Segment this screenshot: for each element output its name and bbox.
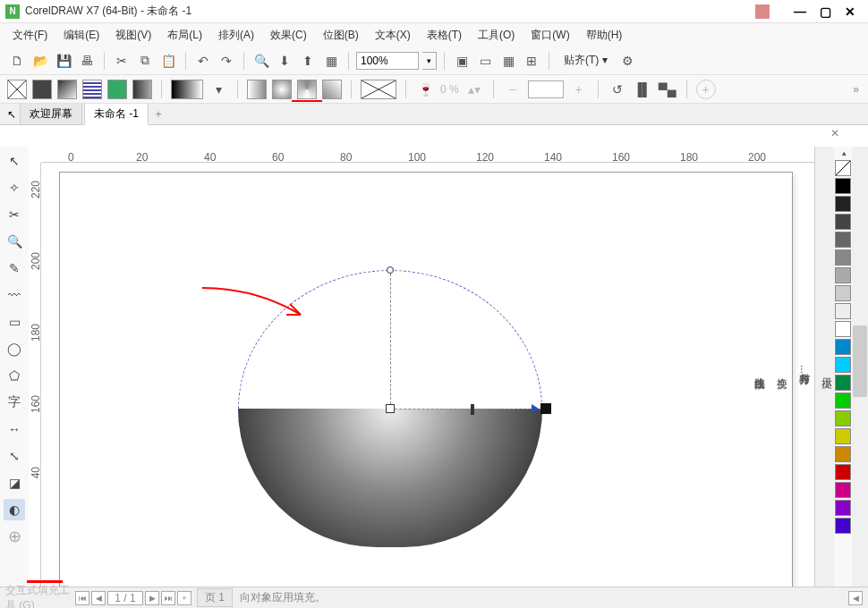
palette-swatch[interactable] — [835, 464, 851, 480]
docker-join[interactable]: 连接曲线 — [752, 152, 767, 587]
copy-icon[interactable]: ⧉ — [135, 51, 155, 71]
print-icon[interactable]: 🖶 — [77, 51, 97, 71]
new-icon[interactable]: 🗋 — [7, 51, 27, 71]
palette-swatch[interactable] — [835, 410, 851, 426]
scrollbar-thumb[interactable] — [853, 325, 867, 397]
palette-none[interactable] — [835, 160, 851, 176]
hscroll-left[interactable]: ◀ — [848, 591, 863, 605]
add-tool-button[interactable]: ⊕ — [4, 526, 25, 547]
show-rulers-icon[interactable]: ▭ — [475, 51, 495, 71]
page-counter[interactable]: 1 / 1 — [107, 591, 143, 605]
user-avatar[interactable] — [755, 4, 770, 19]
palette-swatch[interactable] — [835, 178, 851, 194]
export-icon[interactable]: ⬆ — [298, 51, 318, 71]
docker-align[interactable]: 对齐与分布... — [796, 152, 812, 587]
connector-tool[interactable]: ⤡ — [4, 445, 25, 467]
menu-edit[interactable]: 编辑(E) — [56, 25, 106, 46]
transparency-tool[interactable]: ◐ — [4, 499, 25, 520]
zoom-tool[interactable]: 🔍 — [4, 231, 25, 252]
ellipse-tool[interactable]: ◯ — [4, 338, 25, 359]
snap-dropdown[interactable]: 贴齐(T) ▾ — [557, 50, 615, 71]
palette-swatch[interactable] — [835, 267, 851, 283]
text-tool[interactable]: 字 — [4, 392, 25, 413]
page-last-button[interactable]: ⏭ — [161, 591, 175, 605]
pattern-swatch[interactable] — [82, 80, 102, 99]
gradient-swatch[interactable] — [57, 80, 77, 99]
menu-bitmap[interactable]: 位图(B) — [316, 25, 366, 46]
docker-transform[interactable]: 变换 — [774, 152, 789, 587]
ruler-vertical[interactable]: 220 200 180 160 40 — [29, 163, 41, 587]
page-first-button[interactable]: ⏮ — [75, 591, 89, 605]
menu-table[interactable]: 表格(T) — [420, 25, 469, 46]
palette-swatch[interactable] — [835, 285, 851, 301]
gradient-picker-icon[interactable]: ▾ — [208, 80, 228, 99]
redo-icon[interactable]: ↷ — [217, 51, 236, 71]
search-icon[interactable]: 🔍 — [251, 51, 271, 71]
freehand-tool[interactable]: ✎ — [4, 258, 25, 279]
tab-welcome[interactable]: 欢迎屏幕 — [20, 103, 82, 125]
menu-view[interactable]: 视图(V) — [108, 25, 158, 46]
palette-swatch[interactable] — [835, 500, 851, 516]
gradient-color-node[interactable] — [540, 403, 551, 414]
linear-type-icon[interactable] — [247, 80, 267, 99]
palette-up-icon[interactable]: ▴ — [834, 147, 854, 159]
menu-arrange[interactable]: 排列(A) — [211, 25, 261, 46]
polygon-tool[interactable]: ⬠ — [4, 365, 25, 386]
gradient-mid-handle[interactable] — [471, 404, 474, 415]
radial-type-icon[interactable] — [272, 80, 292, 99]
mirror-v-icon[interactable]: ▀▄ — [658, 80, 677, 99]
palette-swatch[interactable] — [835, 518, 851, 534]
menu-file[interactable]: 文件(F) — [5, 25, 55, 46]
show-guides-icon[interactable]: ⊞ — [522, 51, 541, 71]
palette-swatch[interactable] — [835, 249, 851, 266]
crop-tool[interactable]: ✂ — [4, 204, 25, 225]
close-button[interactable]: ✕ — [838, 3, 863, 21]
palette-swatch[interactable] — [835, 303, 851, 319]
palette-swatch[interactable] — [835, 482, 851, 498]
shape-tool[interactable]: ✧ — [4, 177, 25, 198]
page-add-button[interactable]: + — [177, 591, 191, 605]
tab-add-button[interactable]: + — [150, 106, 166, 122]
dropshadow-tool[interactable]: ◪ — [4, 472, 25, 494]
pick-tool[interactable]: ↖ — [4, 150, 25, 172]
pick-tool-icon[interactable]: ↖ — [4, 106, 20, 122]
page-next-button[interactable]: ▶ — [145, 591, 159, 605]
more-icon[interactable]: + — [696, 80, 716, 99]
texture-swatch[interactable] — [107, 80, 127, 99]
tab-close-icon[interactable]: ✕ — [830, 127, 839, 139]
cut-icon[interactable]: ✂ — [112, 51, 132, 71]
maximize-button[interactable]: ▢ — [813, 3, 838, 21]
dimension-tool[interactable]: ↔ — [4, 418, 25, 440]
menu-text[interactable]: 文本(X) — [368, 25, 418, 46]
page-prev-button[interactable]: ◀ — [91, 591, 106, 605]
import-icon[interactable]: ⬇ — [275, 51, 294, 71]
palette-swatch[interactable] — [835, 375, 851, 391]
palette-swatch[interactable] — [835, 321, 851, 337]
gradient-end-node[interactable] — [387, 266, 394, 274]
open-icon[interactable]: 📂 — [30, 51, 50, 71]
gradient-preview[interactable] — [171, 80, 203, 99]
palette-swatch[interactable] — [835, 393, 851, 409]
selected-object[interactable] — [238, 270, 542, 547]
palette-swatch[interactable] — [835, 357, 851, 373]
rectangle-tool[interactable]: ▭ — [4, 311, 25, 333]
scrollbar-vertical[interactable] — [852, 147, 868, 587]
undo-icon[interactable]: ↶ — [193, 51, 213, 71]
reverse-icon[interactable]: ↺ — [608, 80, 627, 99]
minimize-button[interactable]: — — [787, 3, 813, 21]
palette-swatch[interactable] — [835, 232, 851, 248]
solid-swatch[interactable] — [32, 80, 52, 99]
palette-swatch[interactable] — [835, 196, 851, 212]
ruler-horizontal[interactable]: 0 20 40 60 80 100 120 140 160 180 200 毫米 — [41, 147, 868, 163]
page-tab[interactable]: 页 1 — [197, 588, 233, 607]
palette-swatch[interactable] — [835, 428, 851, 444]
menu-tools[interactable]: 工具(O) — [471, 25, 522, 46]
menu-effects[interactable]: 效果(C) — [263, 25, 314, 46]
show-grid-icon[interactable]: ▦ — [498, 51, 518, 71]
publish-icon[interactable]: ▦ — [321, 51, 341, 71]
fullscreen-icon[interactable]: ▣ — [452, 51, 472, 71]
menu-help[interactable]: 帮助(H) — [579, 25, 630, 46]
zoom-input[interactable]: 100% — [356, 52, 419, 70]
palette-swatch[interactable] — [835, 339, 851, 355]
mirror-h-icon[interactable]: ▐▌ — [633, 80, 652, 99]
